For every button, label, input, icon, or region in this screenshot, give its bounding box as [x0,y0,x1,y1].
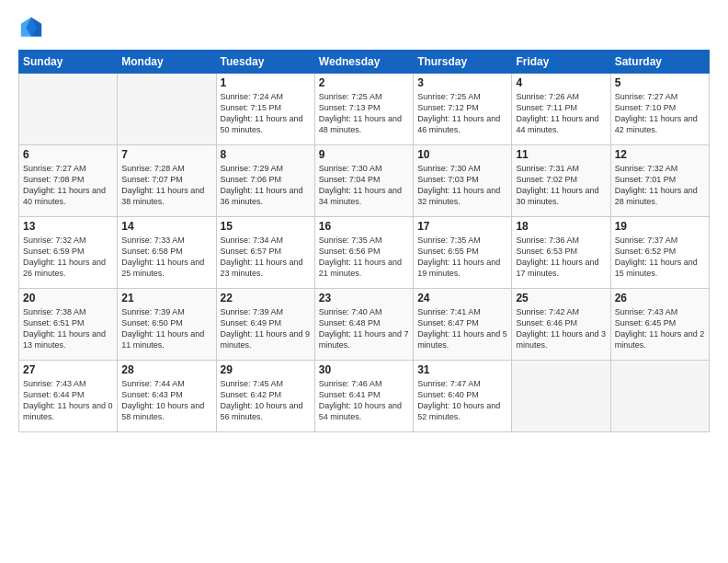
day-detail: Sunrise: 7:31 AMSunset: 7:02 PMDaylight:… [516,163,606,208]
day-number: 28 [121,363,211,376]
day-detail: Sunrise: 7:37 AMSunset: 6:52 PMDaylight:… [615,235,705,280]
day-detail: Sunrise: 7:25 AMSunset: 7:12 PMDaylight:… [417,91,507,136]
calendar-day-cell [19,74,118,145]
day-number: 26 [615,292,705,304]
weekday-header: Wednesday [314,51,413,74]
calendar-table: SundayMondayTuesdayWednesdayThursdayFrid… [18,50,710,432]
calendar-day-cell: 12Sunrise: 7:32 AMSunset: 7:01 PMDayligh… [610,145,709,217]
calendar-day-cell: 3Sunrise: 7:25 AMSunset: 7:12 PMDaylight… [414,74,512,145]
day-detail: Sunrise: 7:36 AMSunset: 6:53 PMDaylight:… [516,235,606,280]
day-detail: Sunrise: 7:44 AMSunset: 6:43 PMDaylight:… [121,378,211,423]
day-number: 10 [417,148,507,161]
calendar-day-cell: 15Sunrise: 7:34 AMSunset: 6:57 PMDayligh… [216,217,314,289]
calendar-day-cell: 13Sunrise: 7:32 AMSunset: 6:59 PMDayligh… [19,217,118,289]
day-detail: Sunrise: 7:24 AMSunset: 7:15 PMDaylight:… [221,91,311,136]
calendar-day-cell: 18Sunrise: 7:36 AMSunset: 6:53 PMDayligh… [512,217,610,289]
day-number: 4 [516,76,606,89]
day-number: 12 [615,148,705,161]
calendar-day-cell: 23Sunrise: 7:40 AMSunset: 6:48 PMDayligh… [314,289,413,361]
weekday-header: Sunday [19,51,118,74]
calendar-week-row: 20Sunrise: 7:38 AMSunset: 6:51 PMDayligh… [19,289,710,361]
day-detail: Sunrise: 7:35 AMSunset: 6:56 PMDaylight:… [319,235,409,280]
day-detail: Sunrise: 7:34 AMSunset: 6:57 PMDaylight:… [221,235,311,280]
day-number: 7 [121,148,211,161]
day-number: 6 [23,148,113,161]
logo-icon [18,15,44,40]
day-number: 14 [121,220,211,233]
day-number: 25 [516,292,606,304]
weekday-header: Friday [512,51,610,74]
day-detail: Sunrise: 7:46 AMSunset: 6:41 PMDaylight:… [319,378,409,423]
calendar-day-cell: 31Sunrise: 7:47 AMSunset: 6:40 PMDayligh… [414,361,512,432]
calendar-day-cell: 16Sunrise: 7:35 AMSunset: 6:56 PMDayligh… [314,217,413,289]
weekday-header: Monday [118,51,216,74]
day-number: 22 [221,292,311,304]
calendar-day-cell: 9Sunrise: 7:30 AMSunset: 7:04 PMDaylight… [314,145,413,217]
page: SundayMondayTuesdayWednesdayThursdayFrid… [0,0,728,563]
day-number: 5 [615,76,705,89]
day-number: 17 [417,220,507,233]
calendar-day-cell: 11Sunrise: 7:31 AMSunset: 7:02 PMDayligh… [512,145,610,217]
day-detail: Sunrise: 7:27 AMSunset: 7:08 PMDaylight:… [23,163,113,208]
weekday-header: Tuesday [216,51,314,74]
calendar-day-cell: 27Sunrise: 7:43 AMSunset: 6:44 PMDayligh… [19,361,118,432]
calendar-week-row: 13Sunrise: 7:32 AMSunset: 6:59 PMDayligh… [19,217,710,289]
calendar-day-cell: 21Sunrise: 7:39 AMSunset: 6:50 PMDayligh… [118,289,216,361]
calendar-day-cell: 22Sunrise: 7:39 AMSunset: 6:49 PMDayligh… [216,289,314,361]
day-number: 20 [23,292,113,304]
day-detail: Sunrise: 7:41 AMSunset: 6:47 PMDaylight:… [417,306,507,351]
calendar-day-cell: 19Sunrise: 7:37 AMSunset: 6:52 PMDayligh… [610,217,709,289]
day-detail: Sunrise: 7:30 AMSunset: 7:04 PMDaylight:… [319,163,409,208]
day-number: 19 [615,220,705,233]
day-number: 15 [221,220,311,233]
day-detail: Sunrise: 7:28 AMSunset: 7:07 PMDaylight:… [121,163,211,208]
calendar-day-cell [512,361,610,432]
calendar-body: 1Sunrise: 7:24 AMSunset: 7:15 PMDaylight… [19,74,710,432]
day-number: 16 [319,220,409,233]
day-number: 11 [516,148,606,161]
calendar-day-cell [610,361,709,432]
day-detail: Sunrise: 7:30 AMSunset: 7:03 PMDaylight:… [417,163,507,208]
day-number: 2 [319,76,409,89]
header [18,15,710,40]
calendar-day-cell: 2Sunrise: 7:25 AMSunset: 7:13 PMDaylight… [314,74,413,145]
day-detail: Sunrise: 7:29 AMSunset: 7:06 PMDaylight:… [221,163,311,208]
day-number: 27 [23,363,113,376]
day-detail: Sunrise: 7:33 AMSunset: 6:58 PMDaylight:… [121,235,211,280]
day-number: 13 [23,220,113,233]
day-detail: Sunrise: 7:39 AMSunset: 6:49 PMDaylight:… [221,306,311,351]
day-detail: Sunrise: 7:27 AMSunset: 7:10 PMDaylight:… [615,91,705,136]
day-detail: Sunrise: 7:45 AMSunset: 6:42 PMDaylight:… [221,378,311,423]
calendar-day-cell: 28Sunrise: 7:44 AMSunset: 6:43 PMDayligh… [118,361,216,432]
day-detail: Sunrise: 7:32 AMSunset: 6:59 PMDaylight:… [23,235,113,280]
day-detail: Sunrise: 7:43 AMSunset: 6:44 PMDaylight:… [23,378,113,423]
day-number: 18 [516,220,606,233]
day-number: 24 [417,292,507,304]
day-detail: Sunrise: 7:47 AMSunset: 6:40 PMDaylight:… [417,378,507,423]
weekday-header: Thursday [414,51,512,74]
day-detail: Sunrise: 7:39 AMSunset: 6:50 PMDaylight:… [121,306,211,351]
calendar-week-row: 1Sunrise: 7:24 AMSunset: 7:15 PMDaylight… [19,74,710,145]
calendar-day-cell: 8Sunrise: 7:29 AMSunset: 7:06 PMDaylight… [216,145,314,217]
calendar-header: SundayMondayTuesdayWednesdayThursdayFrid… [19,51,710,74]
header-row: SundayMondayTuesdayWednesdayThursdayFrid… [19,51,710,74]
day-detail: Sunrise: 7:42 AMSunset: 6:46 PMDaylight:… [516,306,606,351]
day-number: 3 [417,76,507,89]
day-number: 31 [417,363,507,376]
day-detail: Sunrise: 7:25 AMSunset: 7:13 PMDaylight:… [319,91,409,136]
calendar-day-cell [118,74,216,145]
day-detail: Sunrise: 7:26 AMSunset: 7:11 PMDaylight:… [516,91,606,136]
day-detail: Sunrise: 7:38 AMSunset: 6:51 PMDaylight:… [23,306,113,351]
day-number: 23 [319,292,409,304]
calendar-day-cell: 26Sunrise: 7:43 AMSunset: 6:45 PMDayligh… [610,289,709,361]
calendar-day-cell: 25Sunrise: 7:42 AMSunset: 6:46 PMDayligh… [512,289,610,361]
day-number: 8 [221,148,311,161]
day-number: 30 [319,363,409,376]
day-detail: Sunrise: 7:43 AMSunset: 6:45 PMDaylight:… [615,306,705,351]
calendar-day-cell: 6Sunrise: 7:27 AMSunset: 7:08 PMDaylight… [19,145,118,217]
calendar-week-row: 6Sunrise: 7:27 AMSunset: 7:08 PMDaylight… [19,145,710,217]
day-number: 21 [121,292,211,304]
calendar-day-cell: 24Sunrise: 7:41 AMSunset: 6:47 PMDayligh… [414,289,512,361]
calendar-day-cell: 1Sunrise: 7:24 AMSunset: 7:15 PMDaylight… [216,74,314,145]
day-detail: Sunrise: 7:32 AMSunset: 7:01 PMDaylight:… [615,163,705,208]
